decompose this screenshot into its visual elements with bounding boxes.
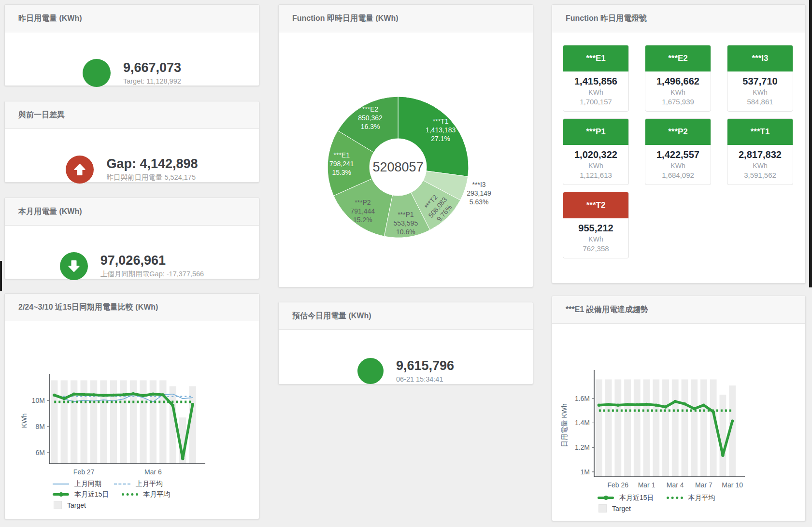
- panel-compare-header[interactable]: 2/24~3/10 近15日同期用電量比較 (KWh): [5, 294, 259, 321]
- legend-item-上月平均[interactable]: 上月平均: [114, 480, 163, 488]
- panel-lights-header[interactable]: Function 昨日用電燈號: [552, 5, 805, 32]
- tile-header: ***T2: [563, 192, 628, 218]
- target-bar[interactable]: [682, 379, 688, 477]
- legend-item-本月平均[interactable]: 本月平均: [667, 494, 715, 502]
- tile-target-value: 1,684,092: [645, 171, 711, 179]
- trend-legend: 本月近15日本月平均Target: [598, 493, 728, 514]
- series-point[interactable]: [683, 402, 686, 405]
- series-point[interactable]: [102, 394, 105, 397]
- panel-yesterday-header[interactable]: 昨日用電量 (KWh): [5, 5, 259, 32]
- series-point[interactable]: [731, 419, 734, 422]
- tile-unit: KWh: [727, 162, 793, 170]
- panel-estimate-header[interactable]: 預估今日用電量 (KWh): [279, 302, 533, 330]
- target-bar[interactable]: [653, 379, 659, 477]
- panel-estimate-body: 9,615,796 06-21 15:34:41: [279, 330, 533, 412]
- target-bar[interactable]: [110, 380, 117, 464]
- tile-header: ***E2: [645, 45, 711, 71]
- legend-label: 本月平均: [688, 494, 715, 502]
- tile-target-value: 1,121,613: [563, 171, 628, 179]
- right-column: Function 昨日用電燈號 ***E11,415,856KWh1,700,1…: [552, 4, 806, 521]
- panel-month-header[interactable]: 本月用電量 (KWh): [5, 198, 259, 226]
- target-bar[interactable]: [719, 395, 726, 477]
- status-circle-icon: [357, 358, 384, 384]
- series-point[interactable]: [122, 393, 125, 396]
- legend-label: 本月近15日: [619, 494, 654, 502]
- legend-label: Target: [67, 501, 86, 509]
- legend-item-本月平均[interactable]: 本月平均: [122, 490, 171, 499]
- series-point[interactable]: [142, 394, 144, 397]
- month-subtitle: 上個月同期用電Gap: -17,377,566: [100, 270, 204, 279]
- target-bar[interactable]: [596, 379, 602, 477]
- tile-unit: KWh: [563, 235, 628, 243]
- target-bar[interactable]: [159, 380, 166, 464]
- series-point[interactable]: [63, 397, 66, 400]
- target-bar[interactable]: [700, 379, 707, 477]
- svg-text:1.2M: 1.2M: [575, 443, 590, 451]
- series-point[interactable]: [607, 403, 610, 406]
- series-point[interactable]: [161, 393, 164, 396]
- series-point[interactable]: [171, 404, 174, 407]
- target-bar[interactable]: [100, 380, 107, 464]
- legend-item-Target[interactable]: Target: [53, 501, 86, 509]
- series-point[interactable]: [82, 393, 85, 396]
- trend-chart-body: 1M1.2M1.4M1.6MFeb 26Mar 1Mar 4Mar 7Mar 1…: [552, 324, 805, 521]
- donut-slice-label: ***I3293,1495.63%: [467, 181, 491, 206]
- series-point[interactable]: [616, 403, 619, 406]
- target-bar[interactable]: [643, 379, 650, 477]
- yesterday-value: 9,667,073: [123, 60, 181, 75]
- series-point[interactable]: [72, 393, 75, 396]
- viewport-edge-strip-right: [809, 0, 812, 287]
- series-point[interactable]: [721, 454, 724, 456]
- target-bar[interactable]: [624, 379, 631, 477]
- legend-item-本月近15日[interactable]: 本月近15日: [53, 490, 109, 499]
- panel-title: Function 昨日用電燈號: [566, 14, 647, 24]
- tile-header: ***P2: [645, 119, 711, 145]
- target-bar[interactable]: [80, 380, 87, 464]
- target-bar[interactable]: [90, 380, 97, 464]
- series-point[interactable]: [636, 403, 639, 406]
- series-point[interactable]: [191, 403, 194, 406]
- series-point[interactable]: [112, 394, 115, 397]
- legend-item-Target[interactable]: Target: [598, 504, 631, 513]
- target-bar[interactable]: [120, 380, 127, 464]
- compare-line-chart[interactable]: 6M8M10MFeb 27Mar 6KWh: [5, 321, 259, 479]
- panel-gap-header[interactable]: 與前一日差異: [5, 101, 259, 129]
- series-point[interactable]: [645, 403, 648, 406]
- target-bar[interactable]: [61, 380, 68, 464]
- series-point[interactable]: [152, 393, 155, 396]
- target-bar[interactable]: [614, 379, 621, 477]
- series-point[interactable]: [92, 393, 95, 396]
- target-bar[interactable]: [634, 379, 641, 477]
- target-bar[interactable]: [51, 380, 57, 464]
- series-point[interactable]: [598, 403, 600, 406]
- series-point[interactable]: [181, 457, 184, 460]
- tile-header: ***E1: [563, 45, 628, 71]
- series-point[interactable]: [674, 400, 677, 403]
- donut-chart[interactable]: ***T11,413,18327.1%***I3293,1495.63%***T…: [279, 32, 533, 289]
- legend-line-swatch: [122, 493, 138, 496]
- series-point[interactable]: [132, 392, 135, 395]
- panel-donut-header[interactable]: Function 即時日用電量 (KWh): [279, 5, 533, 32]
- tile-target-value: 584,861: [727, 98, 793, 106]
- panel-trend-header[interactable]: ***E1 設備用電達成趨勢: [552, 296, 805, 324]
- target-bar[interactable]: [140, 380, 146, 464]
- series-point[interactable]: [53, 394, 56, 397]
- target-bar[interactable]: [691, 379, 698, 477]
- series-point[interactable]: [664, 405, 667, 408]
- legend-label: 上月同期: [74, 480, 101, 488]
- target-bar[interactable]: [605, 379, 612, 477]
- target-bar[interactable]: [672, 379, 679, 477]
- panel-donut: Function 即時日用電量 (KWh) ***T11,413,18327.1…: [278, 4, 533, 287]
- dashboard: 昨日用電量 (KWh) 9,667,073 Target: 11,128,992…: [0, 0, 812, 527]
- panel-yesterday: 昨日用電量 (KWh) 9,667,073 Target: 11,128,992: [4, 4, 259, 86]
- legend-item-上月同期[interactable]: 上月同期: [53, 480, 101, 488]
- series-point[interactable]: [655, 403, 657, 406]
- series-point[interactable]: [626, 403, 629, 406]
- tile-value: 955,212: [563, 223, 628, 234]
- trend-line-chart[interactable]: 1M1.2M1.4M1.6MFeb 26Mar 1Mar 4Mar 7Mar 1…: [552, 324, 805, 492]
- legend-item-本月近15日[interactable]: 本月近15日: [598, 494, 654, 502]
- target-bar[interactable]: [662, 379, 669, 477]
- panel-title: ***E1 設備用電達成趨勢: [566, 305, 648, 315]
- series-point[interactable]: [702, 403, 705, 406]
- panel-title: 2/24~3/10 近15日同期用電量比較 (KWh): [18, 302, 158, 313]
